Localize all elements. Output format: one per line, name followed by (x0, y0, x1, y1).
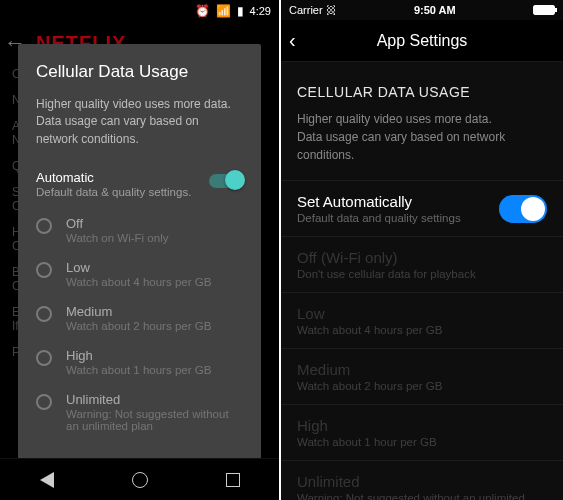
radio-icon (36, 262, 52, 278)
battery-icon: ▮ (237, 4, 244, 18)
header-title: App Settings (377, 32, 468, 50)
off-row[interactable]: Off (Wi-Fi only) Don't use cellular data… (281, 236, 563, 292)
auto-desc: Default data & quality settings. (36, 186, 195, 198)
radio-icon (36, 350, 52, 366)
android-device: ⏰ 📶 ▮ 4:29 ← NETFLIX CNAN QSC HCBC EIf P… (0, 0, 279, 500)
signal-icon: 📶 (216, 4, 231, 18)
home-nav-icon[interactable] (130, 470, 150, 490)
section-title: CELLULAR DATA USAGE (281, 62, 563, 110)
ios-header: ‹ App Settings (281, 20, 563, 62)
off-option[interactable]: Off Watch on Wi-Fi only (36, 208, 243, 252)
radio-icon (36, 394, 52, 410)
cellular-data-dialog: Cellular Data Usage Higher quality video… (18, 44, 261, 487)
low-option[interactable]: Low Watch about 4 hours per GB (36, 252, 243, 296)
automatic-toggle[interactable] (499, 195, 547, 223)
status-time: 9:50 AM (414, 4, 456, 16)
medium-option[interactable]: Medium Watch about 2 hours per GB (36, 296, 243, 340)
high-row[interactable]: High Watch about 1 hour per GB (281, 404, 563, 460)
carrier-label: Carrier ᯼ (289, 4, 337, 16)
battery-icon (533, 5, 555, 15)
ios-device: Carrier ᯼ 9:50 AM ‹ App Settings CELLULA… (281, 0, 563, 500)
ios-body: CELLULAR DATA USAGE Higher quality video… (281, 62, 563, 500)
unlimited-option[interactable]: Unlimited Warning: Not suggested without… (36, 384, 243, 440)
automatic-option[interactable]: Automatic Default data & quality setting… (36, 162, 243, 208)
dialog-title: Cellular Data Usage (36, 62, 243, 82)
medium-row[interactable]: Medium Watch about 2 hours per GB (281, 348, 563, 404)
ios-status-bar: Carrier ᯼ 9:50 AM (281, 0, 563, 20)
dialog-subtitle: Higher quality video uses more data. Dat… (36, 96, 243, 148)
low-row[interactable]: Low Watch about 4 hours per GB (281, 292, 563, 348)
set-automatically-row[interactable]: Set Automatically Default data and quali… (281, 180, 563, 236)
wifi-icon: ᯼ (326, 4, 337, 16)
radio-icon (36, 306, 52, 322)
unlimited-row[interactable]: Unlimited Warning: Not suggested without… (281, 460, 563, 500)
section-subtitle: Higher quality video uses more data. Dat… (281, 110, 563, 180)
high-option[interactable]: High Watch about 1 hours per GB (36, 340, 243, 384)
android-nav-bar (0, 458, 279, 500)
auto-title: Automatic (36, 170, 195, 185)
automatic-toggle[interactable] (209, 174, 243, 188)
radio-icon (36, 218, 52, 234)
status-time: 4:29 (250, 5, 271, 17)
back-nav-icon[interactable] (37, 470, 57, 490)
alarm-icon: ⏰ (195, 4, 210, 18)
recents-nav-icon[interactable] (223, 470, 243, 490)
back-icon[interactable]: ‹ (289, 29, 296, 52)
android-status-bar: ⏰ 📶 ▮ 4:29 (0, 0, 279, 22)
